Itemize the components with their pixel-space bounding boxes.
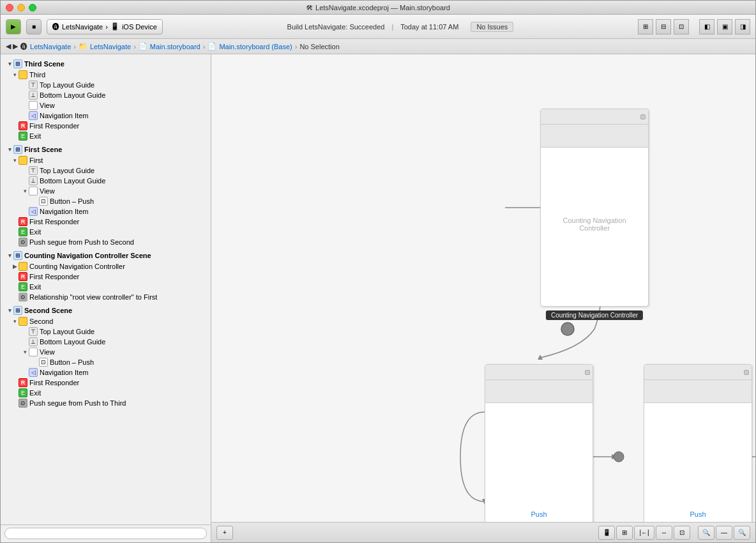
exit-3[interactable]: E Exit	[1, 282, 211, 292]
editor-version-btn[interactable]: ⊡	[674, 19, 689, 34]
button-push-2[interactable]: ⊡ Button – Push	[1, 357, 211, 367]
responder-icon: R	[19, 272, 27, 281]
counting-nav-scene-header[interactable]: ▾ ⊞ Counting Navigation Controller Scene	[1, 250, 211, 261]
layout-icon: ⊥	[29, 176, 38, 185]
view-item-3[interactable]: ▾ View	[1, 347, 211, 357]
button-push-1[interactable]: ⊡ Button – Push	[1, 196, 211, 206]
nav-ctrl-tag: Counting Navigation Controller	[546, 310, 643, 320]
stop-button[interactable]: ■	[26, 19, 42, 34]
breadcrumb-icon-1: 🅐	[20, 43, 27, 50]
scene-icon: ⊞	[13, 306, 22, 315]
third-scene-label: Third Scene	[24, 60, 64, 68]
editor-assistant-btn[interactable]: ⊟	[656, 19, 671, 34]
first-responder-2[interactable]: R First Responder	[1, 217, 211, 227]
exit-4[interactable]: E Exit	[1, 388, 211, 398]
first-item[interactable]: ▾ First	[1, 155, 211, 165]
nav-controller-box[interactable]: Counting NavigationController Counting N…	[540, 109, 649, 307]
no-arrow	[11, 399, 19, 407]
zoom-out-btn[interactable]: 🔍	[734, 526, 750, 540]
responder-icon: R	[19, 217, 27, 226]
no-arrow	[21, 338, 29, 346]
segue-push-2[interactable]: ⊙ Push segue from Push to Third	[1, 398, 211, 408]
view-item-2[interactable]: ▾ View	[1, 186, 211, 196]
svg-point-9	[614, 452, 624, 462]
second-scene-section: ▾ ⊞ Second Scene ▾ Second ⊤ Top	[1, 303, 211, 409]
nav-item-2[interactable]: ◁ Navigation Item	[1, 206, 211, 217]
play-button[interactable]: ▶	[6, 19, 21, 34]
left-panel: ▾ ⊞ Third Scene ▾ Third ⊤ Top L	[1, 54, 211, 542]
first-responder-4[interactable]: R First Responder	[1, 378, 211, 388]
issues-badge: No Issues	[471, 22, 513, 32]
top-layout-label-1: Top Layout Guide	[40, 81, 94, 89]
no-arrow	[11, 228, 19, 236]
exit-1[interactable]: E Exit	[1, 131, 211, 141]
second-vc-box[interactable]: Push Generic View Controller	[644, 364, 752, 542]
second-item[interactable]: ▾ Second	[1, 316, 211, 326]
bottom-layout-guide-1[interactable]: ⊥ Bottom Layout Guide	[1, 90, 211, 100]
first-scene-header[interactable]: ▾ ⊞ First Scene	[1, 144, 211, 155]
counting-nav-scene-label: Counting Navigation Controller Scene	[24, 252, 151, 259]
canvas-inner: Counting NavigationController Counting N…	[211, 54, 755, 542]
sep-4: ›	[295, 43, 298, 50]
navigator-btn[interactable]: ◧	[699, 19, 714, 34]
scheme-selector[interactable]: 🅐 LetsNavigate › 📱 iOS Device	[47, 19, 163, 34]
editor-standard-btn[interactable]: ⊞	[638, 19, 653, 34]
segue-push-label-2: Push segue from Push to Third	[29, 399, 126, 407]
exit-2[interactable]: E Exit	[1, 227, 211, 237]
utilities-btn[interactable]: ◨	[735, 19, 750, 34]
embed-btn[interactable]: ⊡	[674, 526, 690, 540]
title-bar: 🛠 LetsNavigate.xcodeproj — Main.storyboa…	[1, 1, 755, 15]
third-item[interactable]: ▾ Third	[1, 70, 211, 80]
navitem-icon: ◁	[29, 207, 38, 216]
search-input[interactable]	[4, 528, 207, 539]
view-item-1[interactable]: View	[1, 100, 211, 111]
first-vc-box[interactable]: Push Generic View Controller	[485, 364, 593, 542]
second-vc-button[interactable]: Push	[690, 510, 706, 518]
exit-icon: E	[19, 227, 27, 236]
top-layout-guide-2[interactable]: ⊤ Top Layout Guide	[1, 165, 211, 176]
first-vc-button[interactable]: Push	[531, 510, 547, 518]
xcode-icon: 🛠	[306, 4, 313, 11]
bottom-layout-guide-3[interactable]: ⊥ Bottom Layout Guide	[1, 337, 211, 347]
close-button[interactable]	[6, 4, 13, 11]
maximize-button[interactable]	[29, 4, 36, 11]
search-bar	[1, 524, 211, 542]
nav-item-3[interactable]: ◁ Navigation Item	[1, 367, 211, 378]
resolve-btn[interactable]: ↔	[656, 526, 672, 540]
zoom-menu-btn[interactable]: —	[716, 526, 732, 540]
debug-btn[interactable]: ▣	[717, 19, 732, 34]
no-arrow	[31, 358, 39, 366]
align-btn[interactable]: ⊞	[616, 526, 633, 540]
first-responder-3[interactable]: R First Responder	[1, 272, 211, 282]
responder-icon: R	[19, 121, 27, 130]
expand-arrow-second-scene: ▾	[6, 307, 13, 314]
nav-item-1[interactable]: ◁ Navigation Item	[1, 111, 211, 121]
build-status-text: Build LetsNavigate: Succeeded	[287, 23, 385, 31]
third-scene-header[interactable]: ▾ ⊞ Third Scene	[1, 58, 211, 70]
counting-nav-ctrl[interactable]: ▶ Counting Navigation Controller	[1, 261, 211, 272]
window-title: 🛠 LetsNavigate.xcodeproj — Main.storyboa…	[306, 4, 450, 11]
add-object-btn[interactable]: +	[216, 526, 233, 540]
breadcrumb-mainstoryboard-base[interactable]: Main.storyboard (Base)	[219, 43, 292, 50]
scheme-name: LetsNavigate	[62, 23, 103, 31]
counting-nav-section: ▾ ⊞ Counting Navigation Controller Scene…	[1, 249, 211, 303]
breadcrumb-mainstoryboard[interactable]: Main.storyboard	[150, 43, 200, 50]
relationship-item[interactable]: ⊙ Relationship "root view controller" to…	[1, 292, 211, 302]
pin-btn[interactable]: |←|	[634, 526, 654, 540]
expand-arrow-view-3: ▾	[21, 348, 29, 356]
zoom-in-btn[interactable]: 🔍	[698, 526, 714, 540]
main-area: ▾ ⊞ Third Scene ▾ Third ⊤ Top L	[1, 54, 755, 542]
segue-push-1[interactable]: ⊙ Push segue from Push to Second	[1, 237, 211, 247]
breadcrumb-letsnavigate[interactable]: LetsNavigate	[30, 43, 71, 50]
second-scene-header[interactable]: ▾ ⊞ Second Scene	[1, 305, 211, 316]
device-btn[interactable]: 📱	[598, 526, 615, 540]
top-layout-guide-1[interactable]: ⊤ Top Layout Guide	[1, 80, 211, 90]
top-layout-guide-3[interactable]: ⊤ Top Layout Guide	[1, 326, 211, 337]
first-label: First	[29, 157, 43, 164]
breadcrumb-letsnavigate2[interactable]: LetsNavigate	[90, 43, 131, 50]
minimize-button[interactable]	[17, 4, 25, 11]
bottom-layout-guide-2[interactable]: ⊥ Bottom Layout Guide	[1, 176, 211, 186]
canvas-area[interactable]: Counting NavigationController Counting N…	[211, 54, 755, 542]
responder-icon: R	[19, 378, 27, 387]
first-responder-1[interactable]: R First Responder	[1, 121, 211, 131]
